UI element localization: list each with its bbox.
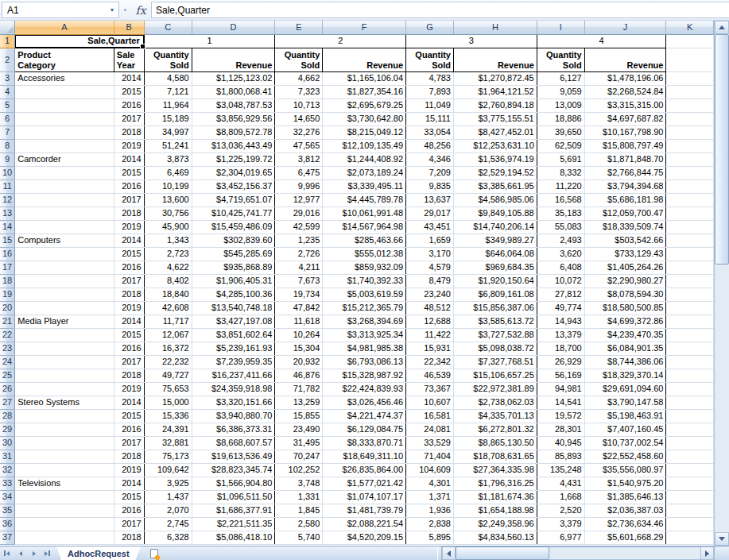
cell-C4[interactable]: 7,121 [144, 85, 192, 98]
cell-J3[interactable]: $1,478,196.06 [584, 71, 666, 85]
cell-J37[interactable]: $5,601,668.29 [584, 531, 666, 544]
cell-C34[interactable]: 1,437 [144, 490, 192, 504]
cell-D5[interactable]: $3,048,787.53 [192, 98, 275, 112]
cell-F11[interactable]: $3,339,495.11 [323, 180, 406, 193]
formula-bar-splitter[interactable] [119, 0, 130, 20]
cell-G17[interactable]: 4,579 [406, 261, 454, 274]
cell-G34[interactable]: 1,371 [406, 490, 454, 504]
cell-J11[interactable]: $3,794,394.68 [584, 180, 666, 193]
cell-D20[interactable]: $13,540,748.18 [192, 301, 275, 315]
cell-G5[interactable]: 11,049 [406, 98, 454, 112]
cell-K16[interactable] [666, 247, 714, 261]
row-header-11[interactable]: 11 [0, 180, 15, 193]
cell-B23[interactable]: 2016 [114, 342, 144, 355]
scroll-down-button[interactable] [715, 532, 729, 546]
row-header-5[interactable]: 5 [0, 98, 15, 112]
row-header-6[interactable]: 6 [0, 112, 15, 126]
cell-C33[interactable]: 3,925 [144, 477, 192, 490]
cell-I22[interactable]: 13,379 [537, 328, 584, 342]
cell-C36[interactable]: 2,745 [144, 517, 192, 531]
cell-quarter-3[interactable]: 3 [406, 34, 537, 48]
row-header-25[interactable]: 25 [0, 369, 15, 382]
horizontal-scroll-track[interactable] [456, 546, 700, 560]
cell-E11[interactable]: 9,996 [275, 180, 323, 193]
cell-F35[interactable]: $1,481,739.79 [323, 504, 406, 517]
cell-H22[interactable]: $3,727,532.88 [453, 328, 537, 342]
cell-I25[interactable]: 56,169 [537, 369, 584, 382]
cell-G19[interactable]: 23,240 [406, 288, 454, 301]
cell-C3[interactable]: 4,580 [144, 71, 192, 85]
cell-A32[interactable] [15, 463, 114, 477]
row-header-15[interactable]: 15 [0, 234, 15, 247]
cell-B24[interactable]: 2017 [114, 355, 144, 369]
cell-J14[interactable]: $18,339,509.74 [584, 220, 666, 234]
cell-F6[interactable]: $3,730,642.80 [323, 112, 406, 126]
row-header-28[interactable]: 28 [0, 409, 15, 423]
cell-D18[interactable]: $1,906,405.31 [192, 274, 275, 288]
row-header-18[interactable]: 18 [0, 274, 15, 288]
cell-J25[interactable]: $18,329,370.14 [584, 369, 666, 382]
cell-B32[interactable]: 2019 [114, 463, 144, 477]
row-header-12[interactable]: 12 [0, 193, 15, 207]
cell-B12[interactable]: 2017 [114, 193, 144, 207]
cell-K34[interactable] [666, 490, 714, 504]
cell-I7[interactable]: 39,650 [537, 126, 584, 139]
cell-K19[interactable] [666, 288, 714, 301]
row-header-35[interactable]: 35 [0, 504, 15, 517]
cell-A6[interactable] [15, 112, 114, 126]
row-header-14[interactable]: 14 [0, 220, 15, 234]
cell-K7[interactable] [666, 126, 714, 139]
cell-B19[interactable]: 2018 [114, 288, 144, 301]
sheet-tab-adhocrequest[interactable]: AdhocRequest [56, 546, 141, 560]
cell-F27[interactable]: $3,026,456.46 [323, 396, 406, 409]
cell-D16[interactable]: $545,285.69 [192, 247, 275, 261]
cell-A31[interactable] [15, 450, 114, 463]
cell-F23[interactable]: $4,981,985.38 [323, 342, 406, 355]
row-header-34[interactable]: 34 [0, 490, 15, 504]
cell-C6[interactable]: 15,189 [144, 112, 192, 126]
column-header-A[interactable]: A [15, 21, 114, 34]
cell-F22[interactable]: $3,313,925.34 [323, 328, 406, 342]
row-header-17[interactable]: 17 [0, 261, 15, 274]
cell-E35[interactable]: 1,845 [275, 504, 323, 517]
cell-G11[interactable]: 9,835 [406, 180, 454, 193]
cell-K3[interactable] [666, 71, 714, 85]
cell-J4[interactable]: $2,268,524.84 [584, 85, 666, 98]
cell-J30[interactable]: $10,737,002.54 [584, 436, 666, 450]
cell-A29[interactable] [15, 423, 114, 436]
cell-C9[interactable]: 3,873 [144, 153, 192, 166]
cell-K22[interactable] [666, 328, 714, 342]
cell-I35[interactable]: 2,520 [537, 504, 584, 517]
cell-H24[interactable]: $7,327,768.51 [453, 355, 537, 369]
cell-E34[interactable]: 1,331 [275, 490, 323, 504]
cell-H25[interactable]: $15,106,657.25 [453, 369, 537, 382]
cell-F2[interactable]: Revenue [323, 48, 406, 71]
cell-K6[interactable] [666, 112, 714, 126]
cell-A3[interactable]: Accessories [15, 71, 114, 85]
cell-G14[interactable]: 43,451 [406, 220, 454, 234]
cell-B13[interactable]: 2018 [114, 207, 144, 220]
cell-C30[interactable]: 32,881 [144, 436, 192, 450]
cell-B33[interactable]: 2014 [114, 477, 144, 490]
cell-H29[interactable]: $6,272,801.32 [453, 423, 537, 436]
cell-D14[interactable]: $15,459,486.09 [192, 220, 275, 234]
cell-G12[interactable]: 13,637 [406, 193, 454, 207]
cell-E23[interactable]: 15,304 [275, 342, 323, 355]
column-header-H[interactable]: H [453, 21, 537, 34]
cell-K37[interactable] [666, 531, 714, 544]
cell-H8[interactable]: $12,253,631.10 [453, 139, 537, 153]
cell-J17[interactable]: $1,405,264.26 [584, 261, 666, 274]
cell-H7[interactable]: $8,427,452.01 [453, 126, 537, 139]
cell-J2[interactable]: Revenue [584, 48, 666, 71]
cell-J8[interactable]: $15,808,797.49 [584, 139, 666, 153]
cell-H32[interactable]: $27,364,335.98 [453, 463, 537, 477]
first-sheet-button[interactable] [0, 546, 14, 560]
cell-F3[interactable]: $1,165,106.04 [323, 71, 406, 85]
column-header-D[interactable]: D [192, 21, 275, 34]
cell-B31[interactable]: 2018 [114, 450, 144, 463]
insert-function-fx-icon[interactable]: fx [130, 0, 151, 20]
cell-D13[interactable]: $10,425,741.77 [192, 207, 275, 220]
cell-D10[interactable]: $2,304,019.65 [192, 166, 275, 180]
cell-G26[interactable]: 73,367 [406, 382, 454, 396]
cell-G23[interactable]: 15,931 [406, 342, 454, 355]
